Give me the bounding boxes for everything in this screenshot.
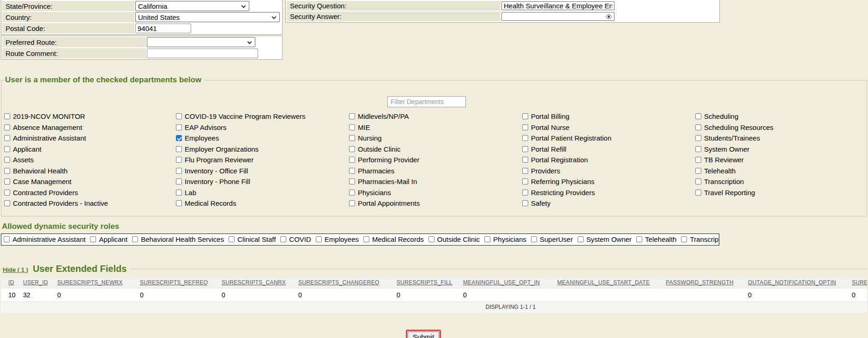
dept-checkbox-portal-billing[interactable]: Portal Billing [522, 111, 695, 122]
checkbox-unchecked-icon[interactable] [4, 168, 10, 174]
dept-checkbox-lab[interactable]: Lab [176, 187, 349, 198]
checkbox-unchecked-icon[interactable] [695, 178, 701, 184]
dept-checkbox-portal-appointments[interactable]: Portal Appointments [349, 198, 522, 209]
checkbox-unchecked-icon[interactable] [695, 190, 701, 196]
dept-checkbox-portal-registration[interactable]: Portal Registration [522, 154, 695, 166]
country-select[interactable]: United States [135, 12, 280, 22]
dept-checkbox-pharmacies[interactable]: Pharmacies [349, 166, 522, 177]
checkbox-unchecked-icon[interactable] [280, 236, 286, 242]
column-header-meaningful-use-start-date[interactable]: MEANINGFUL_USE_START_DATE [557, 278, 666, 288]
dept-checkbox-employees[interactable]: Employees [176, 133, 349, 144]
role-checkbox-telehealth[interactable]: Telehealth [636, 234, 676, 245]
dept-checkbox-transcription[interactable]: Transcription [695, 176, 867, 187]
dept-checkbox-scheduling-resources[interactable]: Scheduling Resources [695, 122, 867, 133]
column-header-sure[interactable]: SURE [852, 278, 867, 288]
checkbox-unchecked-icon[interactable] [176, 124, 182, 130]
column-header-meaningful-use-opt-in[interactable]: MEANINGFUL_USE_OPT_IN [463, 278, 557, 288]
checkbox-unchecked-icon[interactable] [695, 124, 701, 130]
checkbox-unchecked-icon[interactable] [522, 190, 528, 196]
checkbox-unchecked-icon[interactable] [349, 135, 355, 141]
dept-checkbox-restricting-providers[interactable]: Restricting Providers [522, 187, 695, 198]
checkbox-unchecked-icon[interactable] [176, 168, 182, 174]
column-header-outage-notification-optin[interactable]: OUTAGE_NOTIFICATION_OPTIN [748, 278, 852, 288]
route-comment-input[interactable] [147, 49, 258, 58]
state-province-select[interactable]: California [135, 1, 249, 11]
dept-checkbox-scheduling[interactable]: Scheduling [695, 111, 867, 122]
checkbox-unchecked-icon[interactable] [4, 200, 10, 206]
dept-checkbox-pharmacies-mail-in[interactable]: Pharmacies-Mail In [349, 176, 522, 187]
role-checkbox-outside-clinic[interactable]: Outside Clinic [428, 234, 480, 245]
dept-checkbox-physicians[interactable]: Physicians [349, 187, 522, 198]
dept-checkbox-telehealth[interactable]: Telehealth [695, 166, 867, 177]
column-header-surescripts-refreq[interactable]: SURESCRIPTS_REFREQ [140, 278, 222, 288]
dept-checkbox-employer-organizations[interactable]: Employer Organizations [176, 144, 349, 155]
column-header-surescripts-newrx[interactable]: SURESCRIPTS_NEWRX [57, 278, 140, 288]
dept-checkbox-referring-physicians[interactable]: Referring Physicians [522, 176, 695, 187]
dept-checkbox-eap-advisors[interactable]: EAP Advisors [176, 122, 349, 133]
dept-checkbox-portal-nurse[interactable]: Portal Nurse [522, 122, 695, 133]
role-checkbox-applicant[interactable]: Applicant [90, 234, 127, 245]
checkbox-unchecked-icon[interactable] [522, 135, 528, 141]
checkbox-unchecked-icon[interactable] [695, 146, 701, 152]
submit-button[interactable]: Submit [408, 332, 440, 338]
role-checkbox-administrative-assistant[interactable]: Administrative Assistant [4, 234, 85, 245]
checkbox-unchecked-icon[interactable] [229, 236, 235, 242]
dept-checkbox-assets[interactable]: Assets [4, 154, 176, 166]
checkbox-unchecked-icon[interactable] [695, 168, 701, 174]
dept-checkbox-nursing[interactable]: Nursing [349, 133, 522, 144]
dept-checkbox-safety[interactable]: Safety [522, 198, 695, 209]
dept-checkbox-students-trainees[interactable]: Students/Trainees [695, 133, 867, 144]
security-question-input[interactable] [501, 1, 615, 10]
checkbox-unchecked-icon[interactable] [349, 200, 355, 206]
checkbox-unchecked-icon[interactable] [176, 146, 182, 152]
security-answer-input[interactable] [501, 12, 615, 21]
checkbox-unchecked-icon[interactable] [176, 200, 182, 206]
checkbox-unchecked-icon[interactable] [4, 157, 10, 163]
checkbox-unchecked-icon[interactable] [522, 157, 528, 163]
role-checkbox-medical-records[interactable]: Medical Records [363, 234, 424, 245]
dept-checkbox-covid-19-vaccine-program-reviewers[interactable]: COVID-19 Vaccine Program Reviewers [176, 111, 349, 122]
dept-checkbox-travel-reporting[interactable]: Travel Reporting [695, 187, 867, 198]
column-header-user-id[interactable]: USER_ID [23, 278, 57, 288]
checkbox-unchecked-icon[interactable] [428, 236, 434, 242]
checkbox-unchecked-icon[interactable] [695, 157, 701, 163]
checkbox-unchecked-icon[interactable] [4, 146, 10, 152]
checkbox-unchecked-icon[interactable] [4, 124, 10, 130]
dept-checkbox-absence-management[interactable]: Absence Management [4, 122, 176, 133]
dept-checkbox-administrative-assistant[interactable]: Administrative Assistant [4, 133, 176, 144]
checkbox-unchecked-icon[interactable] [695, 113, 701, 119]
checkbox-unchecked-icon[interactable] [349, 157, 355, 163]
checkbox-unchecked-icon[interactable] [349, 124, 355, 130]
checkbox-unchecked-icon[interactable] [349, 178, 355, 184]
checkbox-checked-icon[interactable] [176, 135, 182, 141]
checkbox-unchecked-icon[interactable] [4, 113, 10, 119]
checkbox-unchecked-icon[interactable] [176, 113, 182, 119]
checkbox-unchecked-icon[interactable] [522, 124, 528, 130]
dept-checkbox-system-owner[interactable]: System Owner [695, 144, 867, 155]
checkbox-unchecked-icon[interactable] [522, 113, 528, 119]
checkbox-unchecked-icon[interactable] [4, 135, 10, 141]
dept-checkbox-contracted-providers[interactable]: Contracted Providers [4, 187, 176, 198]
checkbox-unchecked-icon[interactable] [4, 190, 10, 196]
role-checkbox-covid[interactable]: COVID [280, 234, 311, 245]
checkbox-unchecked-icon[interactable] [4, 178, 10, 184]
column-header-password-strength[interactable]: PASSWORD_STRENGTH [666, 278, 748, 288]
role-checkbox-transcription[interactable]: Transcription [681, 234, 719, 245]
dept-checkbox-inventory-phone-fill[interactable]: Inventory - Phone Fill [176, 176, 349, 187]
dept-checkbox-mie[interactable]: MIE [349, 122, 522, 133]
checkbox-unchecked-icon[interactable] [681, 236, 687, 242]
dept-checkbox-contracted-providers-inactive[interactable]: Contracted Providers - Inactive [4, 198, 176, 209]
eye-icon[interactable] [605, 13, 612, 20]
checkbox-unchecked-icon[interactable] [90, 236, 96, 242]
column-header-surescripts-canrx[interactable]: SURESCRIPTS_CANRX [222, 278, 298, 288]
checkbox-unchecked-icon[interactable] [132, 236, 138, 242]
checkbox-unchecked-icon[interactable] [695, 135, 701, 141]
dept-checkbox-case-management[interactable]: Case Management [4, 176, 176, 187]
checkbox-unchecked-icon[interactable] [349, 146, 355, 152]
checkbox-unchecked-icon[interactable] [636, 236, 642, 242]
column-header-surescripts-fill[interactable]: SURESCRIPTS_FILL [397, 278, 463, 288]
checkbox-unchecked-icon[interactable] [349, 113, 355, 119]
column-header-surescripts-changereq[interactable]: SURESCRIPTS_CHANGEREQ [298, 278, 397, 288]
checkbox-unchecked-icon[interactable] [176, 178, 182, 184]
role-checkbox-system-owner[interactable]: System Owner [578, 234, 632, 245]
